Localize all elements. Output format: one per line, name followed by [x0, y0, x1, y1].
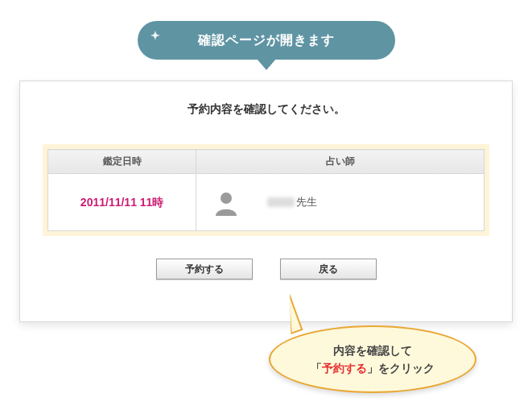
callout-line2-suffix: 」をクリック — [367, 362, 435, 375]
callout-line1: 内容を確認して — [333, 342, 412, 359]
cell-teacher: 先生 — [196, 174, 485, 231]
sparkle-icon: ✦ — [151, 29, 161, 42]
header-datetime: 鑑定日時 — [48, 150, 196, 174]
button-row: 予約する 戻る — [43, 259, 489, 279]
reservation-table-wrap: 鑑定日時 占い師 2011/11/11 11時 — [43, 144, 489, 236]
intro-bubble: ✦ 確認ページが開きます — [138, 21, 395, 60]
cell-datetime: 2011/11/11 11時 — [48, 174, 196, 231]
intro-bubble-text: 確認ページが開きます — [198, 32, 335, 49]
callout-line2-accent: 予約する — [322, 362, 367, 375]
teacher-name-obscured — [267, 197, 295, 207]
back-button[interactable]: 戻る — [280, 259, 377, 279]
teacher-suffix: 先生 — [296, 195, 317, 209]
table-header-row: 鑑定日時 占い師 — [48, 150, 485, 174]
reservation-table: 鑑定日時 占い師 2011/11/11 11時 — [47, 149, 485, 231]
instruction-callout: 内容を確認して 「予約する」をクリック — [269, 325, 476, 393]
datetime-value: 2011/11/11 11時 — [80, 196, 164, 209]
callout-line2-prefix: 「 — [311, 362, 322, 375]
teacher-name: 先生 — [267, 195, 317, 209]
avatar-icon — [212, 188, 240, 216]
table-row: 2011/11/11 11時 — [48, 174, 485, 231]
intro-bubble-tail — [257, 59, 276, 70]
reserve-button[interactable]: 予約する — [156, 259, 253, 279]
confirmation-panel: 予約内容を確認してください。 鑑定日時 占い師 2011/11/11 11時 — [19, 81, 513, 322]
header-teacher: 占い師 — [196, 150, 485, 174]
panel-title: 予約内容を確認してください。 — [43, 102, 489, 117]
svg-point-0 — [221, 193, 232, 204]
callout-line2: 「予約する」をクリック — [311, 359, 435, 377]
